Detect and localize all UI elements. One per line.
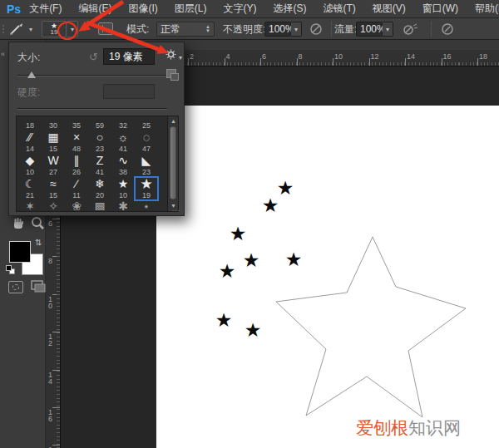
panel-menu-button[interactable]: ▾: [166, 49, 176, 62]
ring-brush[interactable]: ○23: [88, 130, 111, 154]
menu-items: 文件(F)编辑(E)图像(I)图层(L)文字(Y)选择(S)滤镜(T)视图(V)…: [29, 2, 499, 16]
brush-size-number: 23: [135, 168, 158, 177]
brush-size-number: 47: [135, 145, 158, 154]
hand-icon: [11, 216, 26, 231]
brush-preset-cell[interactable]: ❀: [65, 200, 88, 210]
brush-preset-cell[interactable]: ✱: [111, 200, 135, 210]
menu-item[interactable]: 帮助(H): [475, 2, 499, 16]
large-star-brush[interactable]: ★19: [135, 177, 158, 200]
wave-brush-glyph: ∿: [111, 154, 135, 168]
ruler-number: 6: [262, 52, 266, 61]
ruler-number: 4: [226, 52, 230, 61]
reset-icon[interactable]: ↺: [89, 51, 98, 63]
panel-resize-grip[interactable]: ∙∙∙: [171, 206, 180, 214]
screen-mode-button[interactable]: [30, 279, 47, 297]
preset-scrollbar[interactable]: ▲ ▼: [167, 116, 178, 211]
brush-preset-cell[interactable]: ✶: [18, 200, 42, 210]
ruler-number: 2: [190, 52, 194, 61]
z-stroke-brush[interactable]: Z41: [88, 154, 111, 177]
slash-brush-glyph: ∕: [65, 177, 88, 191]
scrollbar-thumb[interactable]: [170, 126, 176, 199]
brush-size-number: 11: [65, 191, 88, 200]
flow-dropdown-button[interactable]: ▾: [383, 22, 393, 37]
squiggle-brush[interactable]: ≈15: [42, 177, 65, 200]
scratch-strokes-brush[interactable]: ⁄⁄14: [18, 130, 42, 154]
collapse-panel-icon[interactable]: «: [1, 50, 5, 58]
opacity-dropdown-button[interactable]: ▾: [291, 22, 302, 37]
blend-mode-select[interactable]: 正常 ▲▼: [156, 22, 215, 37]
quick-mask-button[interactable]: [8, 281, 23, 293]
menu-item[interactable]: 文字(Y): [223, 2, 256, 16]
brush-preset-cell[interactable]: ‾32: [111, 116, 135, 130]
brush-preset-cell[interactable]: ‾59: [88, 116, 111, 130]
menu-item[interactable]: 窗口(W): [422, 2, 458, 16]
menu-item[interactable]: 图像(I): [128, 2, 157, 16]
slash-brush[interactable]: ∕11: [65, 177, 88, 200]
brush-preset-picker-panel: 大小: ↺ 19 像素 ▾ 硬度: ‾18‾30‾35‾59‾32‾25⁄⁄14…: [8, 42, 185, 216]
zoom-tool-button[interactable]: [30, 216, 45, 234]
menu-item[interactable]: 视图(V): [373, 2, 406, 16]
stamped-star: ★: [245, 322, 262, 338]
size-slider[interactable]: [17, 75, 167, 76]
zigzag-brush[interactable]: W27: [42, 154, 65, 177]
ruler-number: 14: [48, 372, 54, 385]
brush-preset-cell[interactable]: ‾35: [65, 116, 88, 130]
default-colors-icon[interactable]: [6, 265, 12, 271]
brush-preset-cell[interactable]: ✧: [42, 200, 65, 210]
new-preset-icon[interactable]: [166, 69, 176, 78]
swap-colors-icon[interactable]: ⇄: [34, 239, 43, 245]
flow-input[interactable]: 100%: [356, 22, 383, 37]
menu-item[interactable]: 图层(L): [175, 2, 207, 16]
airbrush-toggle-button[interactable]: [403, 22, 419, 36]
brush-tool-preset-icon[interactable]: ▾: [8, 18, 32, 40]
z-stroke-brush-glyph: Z: [88, 154, 111, 168]
ruler-number: 12: [48, 333, 54, 347]
tool-options-bar: ▾ ★ 19 ▾ 模式: 正常 ▲▼ 不透明度: 100% ▾: [0, 18, 499, 40]
scroll-up-icon[interactable]: ▲: [168, 117, 179, 126]
options-bar-grip[interactable]: [1, 18, 6, 40]
tablet-pressure-opacity-button[interactable]: [308, 22, 324, 36]
brush-preset-cell[interactable]: ⋆: [135, 200, 158, 210]
brush-size-input[interactable]: 19 像素: [103, 48, 155, 65]
opacity-label: 不透明度:: [223, 18, 265, 40]
menu-item[interactable]: 滤镜(T): [323, 2, 355, 16]
toggle-brush-panel-button[interactable]: [98, 22, 113, 35]
dual-stroke-brush[interactable]: ∥26: [65, 154, 88, 177]
pen-pressure-icon: [309, 22, 323, 36]
brush-preset-cell[interactable]: ‾25: [135, 116, 158, 130]
pen-pressure-icon: [441, 22, 454, 36]
spiky-ring-brush[interactable]: ☼41: [111, 130, 135, 154]
dotted-ring-brush[interactable]: ◌47: [135, 130, 158, 154]
menu-item[interactable]: 选择(S): [273, 2, 306, 16]
diamond-brush[interactable]: ◆10: [18, 154, 42, 177]
small-star-brush[interactable]: ★10: [111, 177, 135, 200]
menu-item[interactable]: 编辑(E): [78, 2, 111, 16]
tablet-pressure-size-button[interactable]: [439, 22, 456, 36]
squiggle-brush-glyph: ≈: [42, 177, 65, 191]
size-slider-thumb[interactable]: [27, 71, 36, 78]
brush-preset-cell[interactable]: ▩: [88, 200, 111, 210]
brush-size-number: 21: [18, 191, 42, 200]
document-canvas[interactable]: ★★★★★★★★ 爱刨根知识网: [156, 106, 499, 448]
opacity-input[interactable]: 100%: [264, 22, 291, 37]
wave-brush[interactable]: ∿38: [111, 154, 135, 177]
cross-brush[interactable]: ×48: [65, 130, 88, 154]
brush-size-number: 27: [42, 168, 65, 177]
menu-item[interactable]: 文件(F): [29, 2, 62, 16]
foreground-color-swatch[interactable]: [9, 241, 31, 263]
snowflake-brush[interactable]: ❄20: [88, 177, 111, 200]
brush-preset-dropdown-button[interactable]: ▾: [67, 21, 78, 37]
ruler-number: 16: [443, 52, 452, 61]
hand-tool-button[interactable]: [11, 216, 26, 234]
chevron-down-icon: ▾: [294, 26, 298, 33]
brush-preset-preview-button[interactable]: ★ 19: [42, 21, 67, 37]
crescent-brush[interactable]: ☾21: [18, 177, 42, 200]
gear-icon: [166, 49, 176, 60]
grid-texture-brush[interactable]: ▦15: [42, 130, 65, 154]
brush-preset-cell[interactable]: ‾30: [42, 116, 65, 130]
ruler-number: 14: [407, 52, 415, 61]
mode-label: 模式:: [126, 18, 149, 40]
ring-brush-glyph: ○: [88, 130, 111, 145]
brush-preset-cell[interactable]: ‾18: [18, 116, 42, 130]
wedge-brush[interactable]: ◣23: [135, 154, 158, 177]
